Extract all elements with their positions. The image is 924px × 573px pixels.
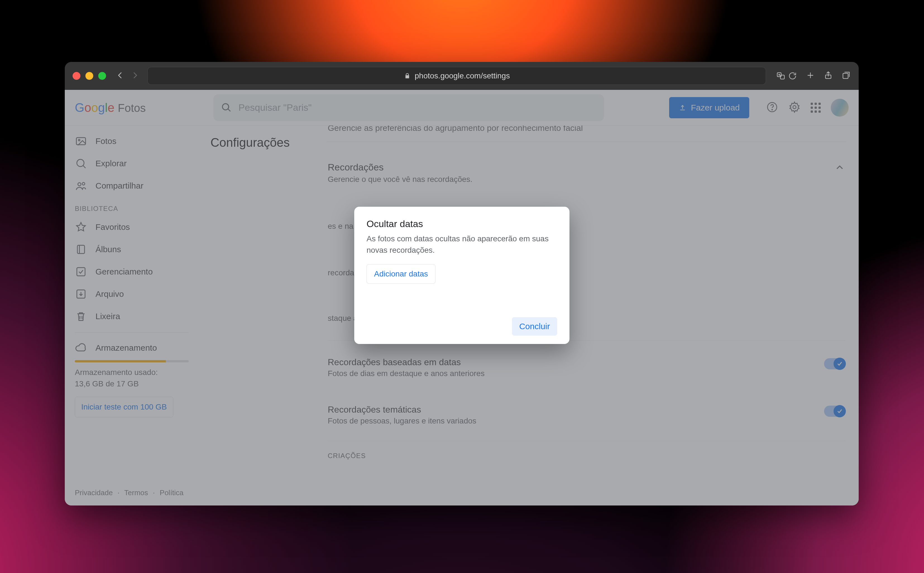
hide-dates-dialog: Ocultar datas As fotos com datas ocultas…: [354, 207, 569, 344]
lock-icon: [404, 72, 411, 80]
translate-reload-group[interactable]: [776, 71, 797, 81]
browser-window: photos.google.com/settings Google Fotos: [65, 62, 859, 506]
nav-back-button[interactable]: [116, 71, 124, 81]
toolbar-icons: [776, 70, 851, 81]
url-text: photos.google.com/settings: [415, 71, 510, 80]
svg-rect-3: [843, 73, 848, 78]
translate-icon: [776, 71, 786, 81]
dialog-body: As fotos com datas ocultas não aparecerã…: [367, 233, 557, 256]
window-controls: [72, 72, 106, 80]
done-button[interactable]: Concluir: [512, 317, 557, 336]
window-close-button[interactable]: [72, 72, 80, 80]
nav-arrows: [116, 71, 140, 81]
new-tab-button[interactable]: [806, 70, 815, 81]
window-zoom-button[interactable]: [98, 72, 106, 80]
share-button[interactable]: [824, 70, 833, 81]
reload-icon: [788, 71, 797, 81]
browser-titlebar: photos.google.com/settings: [65, 62, 859, 90]
add-dates-button[interactable]: Adicionar datas: [367, 264, 436, 284]
tabs-button[interactable]: [841, 70, 851, 81]
dialog-title: Ocultar datas: [367, 218, 557, 229]
window-minimize-button[interactable]: [85, 72, 93, 80]
nav-forward-button[interactable]: [131, 71, 140, 81]
url-bar[interactable]: photos.google.com/settings: [147, 67, 766, 85]
